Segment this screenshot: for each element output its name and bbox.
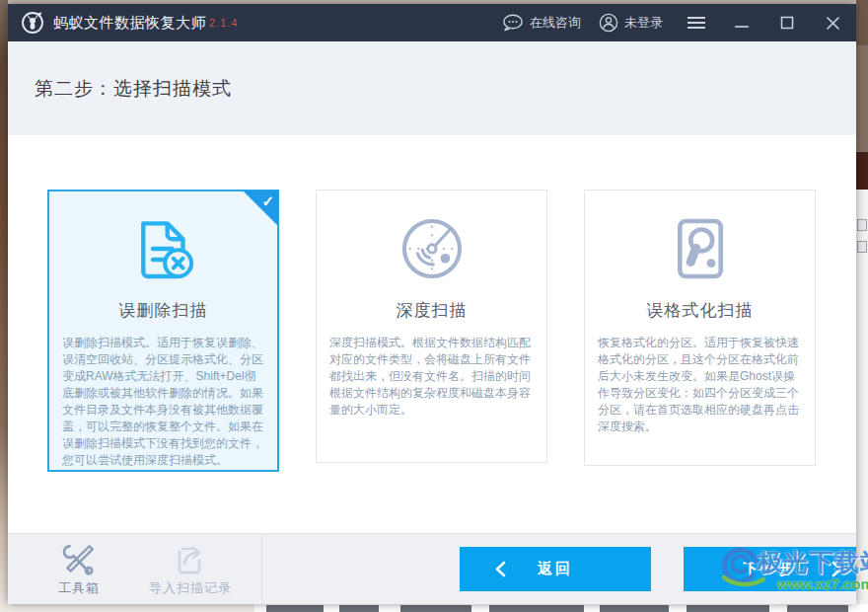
chevron-right-icon [832,561,842,577]
radar-deep-scan-icon [317,208,546,289]
desktop-right-strip [856,0,868,612]
import-scan-record-button[interactable]: 导入扫描记录 [136,542,245,597]
toolbox-label: 工具箱 [58,579,100,597]
app-logo-ant-icon [20,10,45,36]
desktop-bottom-strip [8,604,868,612]
card-format-scan[interactable]: 误格式化扫描 恢复格式化的分区。适用于恢复被快速格式化的分区，且这个分区在格式化… [584,190,816,466]
card-description: 误删除扫描模式。适用于恢复误删除、误清空回收站、分区提示格式化、分区变成RAW格… [49,335,277,469]
minimize-icon [734,16,750,30]
card-title: 误格式化扫描 [585,299,815,322]
maximize-button[interactable] [777,13,797,33]
online-service-label: 在线咨询 [530,14,581,32]
app-version: 2.1.4 [209,17,238,29]
hamburger-menu-icon [687,16,706,30]
card-deleted-scan[interactable]: ✓ 误删除扫描 误删除扫描模式。适用于恢复误删除、误清空回收站、分区提示格式化、… [47,190,279,472]
scan-mode-area: ✓ 误删除扫描 误删除扫描模式。适用于恢复误删除、误清空回收站、分区提示格式化、… [8,135,856,533]
step-title: 第二步：选择扫描模式 [35,76,232,102]
minimize-button[interactable] [732,13,752,33]
footer-divider [261,534,262,604]
crossed-tools-icon [60,542,98,577]
login-status-label: 未登录 [624,14,663,32]
user-icon [599,13,618,33]
footer-bar: 工具箱 导入扫描记录 返回 下一步 [8,533,856,604]
app-window: 蚂蚁文件数据恢复大师 2.1.4 在线咨询 未登录 [8,4,856,604]
hamburger-menu-button[interactable] [687,13,706,33]
card-deep-scan[interactable]: 深度扫描 深度扫描模式。根据文件数据结构匹配对应的文件类型，会将磁盘上所有文件都… [316,190,547,463]
app-title: 蚂蚁文件数据恢复大师 [53,14,206,33]
next-button[interactable]: 下一步 [684,547,856,591]
card-title: 误删除扫描 [49,299,277,322]
import-scan-record-label: 导入扫描记录 [149,579,232,597]
disk-search-icon [585,208,815,289]
online-service-button[interactable]: 在线咨询 [502,14,581,32]
back-button[interactable]: 返回 [460,547,651,591]
desktop-left-strip [0,0,8,612]
close-button[interactable] [823,13,842,33]
step-header: 第二步：选择扫描模式 [8,41,856,135]
card-description: 恢复格式化的分区。适用于恢复被快速格式化的分区，且这个分区在格式化前后大小未发生… [585,335,815,435]
import-record-icon [173,542,208,577]
titlebar[interactable]: 蚂蚁文件数据恢复大师 2.1.4 在线咨询 未登录 [8,4,856,41]
chat-bubble-icon [502,14,524,32]
maximize-icon [780,16,794,30]
card-title: 深度扫描 [317,299,546,322]
back-button-label: 返回 [538,560,573,578]
next-button-label: 下一步 [744,560,797,578]
toolbox-button[interactable]: 工具箱 [39,542,118,597]
close-icon [826,16,840,31]
login-status-button[interactable]: 未登录 [599,13,663,33]
card-description: 深度扫描模式。根据文件数据结构匹配对应的文件类型，会将磁盘上所有文件都找出来，但… [317,335,546,419]
checkmark-icon: ✓ [261,192,274,210]
chevron-left-icon [495,561,506,577]
